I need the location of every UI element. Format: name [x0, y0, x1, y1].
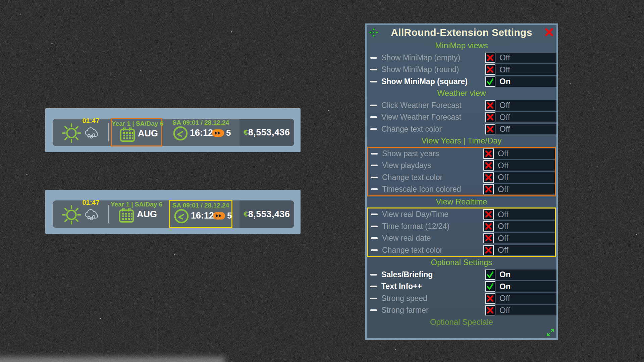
calendar-icon — [119, 126, 136, 142]
dash-bullet — [371, 249, 378, 251]
setting-label: Strong speed — [381, 294, 427, 303]
setting-toggle[interactable]: On — [485, 269, 556, 280]
setting-label: Show past years — [382, 149, 439, 158]
setting-label: View Weather Forecast — [381, 113, 461, 122]
checkbox-check-icon[interactable] — [485, 281, 495, 292]
setting-toggle[interactable]: Off — [483, 221, 555, 232]
toggle-status: Off — [498, 161, 508, 170]
toggle-status: On — [499, 270, 511, 279]
setting-toggle[interactable]: Off — [483, 172, 555, 183]
setting-label: Time format (12/24) — [382, 222, 449, 231]
setting-label: Timescale Icon colored — [382, 185, 461, 194]
highlight-box-orange: Show past yearsOffView playdaysOffChange… — [367, 147, 556, 196]
clock-icon — [173, 208, 190, 224]
checkbox-cross-icon[interactable] — [485, 293, 495, 304]
clock-section[interactable]: SA 09:01 / 28.12.24 16:12 5 — [169, 200, 232, 228]
toggle-status: Off — [499, 101, 510, 110]
checkbox-cross-icon[interactable] — [483, 221, 494, 232]
panel-title: AllRound-Extension Settings — [367, 25, 556, 40]
weather-countdown: 01:47 — [77, 199, 104, 206]
toggle-status: Off — [498, 210, 508, 219]
setting-label: Click Weather Forecast — [381, 101, 462, 110]
setting-toggle[interactable]: Off — [483, 148, 555, 159]
setting-toggle[interactable]: Off — [485, 53, 556, 63]
calendar-section[interactable]: Year 1 | SA/Day 6 AUG — [111, 118, 162, 146]
calendar-section[interactable]: Year 1 | SA/Day 6 AUG — [111, 200, 162, 228]
clock-section[interactable]: SA 09:01 / 28.12.24 16:12 5 — [169, 118, 232, 146]
section-header: Weather view — [367, 87, 556, 100]
section-header: Optional Speciale — [367, 316, 556, 328]
checkbox-cross-icon[interactable] — [483, 160, 494, 171]
sun-icon — [61, 204, 82, 225]
money-amount: 8,553,436 — [248, 209, 290, 220]
checkbox-cross-icon[interactable] — [485, 305, 495, 315]
setting-label: Change text color — [382, 173, 442, 182]
setting-toggle[interactable]: Off — [485, 124, 556, 134]
checkbox-cross-icon[interactable] — [483, 184, 494, 194]
setting-label: View real Day/Time — [382, 210, 448, 219]
checkbox-cross-icon[interactable] — [485, 64, 495, 75]
clock-icon — [172, 125, 189, 141]
checkbox-cross-icon[interactable] — [483, 148, 494, 159]
setting-row: Change text colorOff — [367, 123, 556, 135]
checkbox-check-icon[interactable] — [485, 76, 495, 87]
setting-toggle[interactable]: Off — [483, 233, 555, 243]
setting-label: Text Info++ — [381, 282, 422, 291]
month-label: AUG — [137, 209, 157, 220]
dash-bullet — [371, 153, 378, 155]
hud-bar-inner: 01:47 Year 1 | SA/Day 6 AUG SA 09:01 / 2… — [53, 119, 294, 146]
setting-row: Show MiniMap (square)On — [367, 76, 556, 88]
checkbox-cross-icon[interactable] — [485, 124, 495, 134]
setting-toggle[interactable]: Off — [483, 184, 555, 194]
setting-row: Strong farmerOff — [367, 304, 556, 316]
checkbox-cross-icon[interactable] — [483, 245, 494, 255]
toggle-status: On — [499, 77, 511, 86]
fast-forward-icon — [212, 129, 224, 137]
setting-row: View real dateOff — [368, 232, 555, 244]
setting-toggle[interactable]: Off — [483, 209, 555, 220]
setting-toggle[interactable]: Off — [483, 160, 555, 171]
fast-forward-icon — [213, 212, 225, 220]
checkbox-check-icon[interactable] — [485, 269, 495, 280]
bottom-light-strip — [0, 357, 225, 362]
setting-row: Strong speedOff — [367, 293, 556, 305]
toggle-status: Off — [499, 294, 510, 303]
setting-label: Sales/Briefing — [381, 270, 433, 279]
highlight-box-yellow: View real Day/TimeOffTime format (12/24)… — [367, 207, 556, 257]
setting-toggle[interactable]: Off — [485, 293, 556, 304]
resize-icon[interactable] — [546, 328, 554, 337]
dash-bullet — [370, 57, 377, 59]
setting-row: Text Info++On — [367, 281, 556, 293]
setting-row: View playdaysOff — [368, 160, 555, 172]
dash-bullet — [371, 188, 378, 190]
setting-toggle[interactable]: Off — [483, 245, 555, 255]
setting-toggle[interactable]: Off — [485, 305, 556, 315]
setting-toggle[interactable]: Off — [485, 64, 556, 75]
dash-bullet — [370, 105, 377, 106]
setting-toggle[interactable]: On — [485, 76, 556, 87]
checkbox-cross-icon[interactable] — [485, 112, 495, 122]
toggle-status: Off — [498, 234, 508, 243]
setting-row: View real Day/TimeOff — [368, 208, 555, 221]
setting-label: Change text color — [382, 246, 442, 255]
setting-toggle[interactable]: Off — [485, 112, 556, 122]
dash-bullet — [371, 165, 378, 166]
money-display: €8,553,436 — [239, 119, 294, 146]
toggle-status: On — [499, 282, 511, 291]
setting-label: Show MiniMap (empty) — [381, 53, 460, 62]
checkbox-cross-icon[interactable] — [483, 172, 494, 183]
checkbox-cross-icon[interactable] — [483, 233, 494, 243]
dash-bullet — [370, 309, 377, 311]
dash-bullet — [371, 214, 378, 215]
checkbox-cross-icon[interactable] — [485, 53, 495, 63]
toggle-status: Off — [499, 306, 510, 315]
setting-toggle[interactable]: Off — [485, 100, 556, 111]
toggle-status: Off — [498, 222, 508, 231]
checkbox-cross-icon[interactable] — [483, 209, 494, 220]
game-time-label: 16:12 — [190, 128, 213, 138]
setting-toggle[interactable]: On — [485, 281, 556, 292]
checkbox-cross-icon[interactable] — [485, 100, 495, 111]
setting-label: Show MiniMap (round) — [381, 65, 459, 74]
timescale-label: 5 — [226, 128, 231, 138]
setting-row: Click Weather ForecastOff — [367, 100, 556, 112]
